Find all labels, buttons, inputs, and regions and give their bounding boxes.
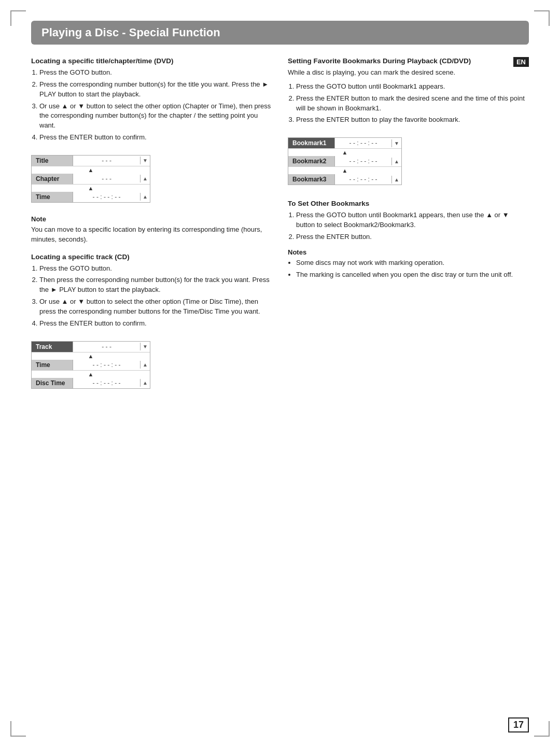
menu-arrow-bookmark2: ▲ — [391, 158, 401, 165]
menu-arrow-bookmark1: ▼ — [391, 139, 401, 147]
menu-row-chapter: Chapter - - - ▲ — [32, 174, 150, 185]
menu-arrow-bookmark3: ▲ — [391, 176, 401, 184]
list-item: Press the GOTO button until Bookmark1 ap… — [296, 210, 529, 230]
menu-row-title: Title - - - ▼ — [32, 156, 150, 166]
section-other-bookmarks: To Set Other Bookmarks Press the GOTO bu… — [288, 200, 529, 242]
section-locate-dvd: Locating a specific title/chapter/time (… — [31, 57, 272, 143]
list-item: Press the GOTO button. — [39, 264, 272, 274]
menu-row-time-cd: Time - - : - - : - - ▲ — [32, 360, 150, 371]
menu-row-track: Track - - - ▼ — [32, 342, 150, 353]
list-item: Or use ▲ or ▼ button to select the other… — [39, 297, 272, 317]
menu-row-bookmark1: Bookmark1 - - : - - : - - ▼ — [288, 138, 401, 149]
menu-label-time-dvd: Time — [32, 192, 73, 202]
menu-value-time-dvd: - - : - - : - - — [73, 192, 140, 202]
menu-row-bookmark2: Bookmark2 - - : - - : - - ▲ — [288, 156, 401, 167]
menu-label-bookmark1: Bookmark1 — [288, 138, 335, 148]
arrow-up-bm-2: ▲ — [288, 167, 401, 174]
menu-arrow-disc-time: ▲ — [140, 379, 150, 387]
menu-diagram-cd: Track - - - ▼ ▲ Time - - : - - : - - ▲ ▲… — [31, 341, 150, 389]
bookmark-intro: While a disc is playing, you can mark th… — [288, 68, 529, 78]
menu-arrow-time-cd: ▲ — [140, 361, 150, 369]
note-title: Note — [31, 215, 272, 223]
notes-list: Some discs may not work with marking ope… — [296, 258, 529, 280]
list-item: Press the GOTO button. — [39, 68, 272, 78]
list-item: Or use ▲ or ▼ button to select the other… — [39, 102, 272, 131]
menu-label-track: Track — [32, 342, 73, 352]
menu-label-disc-time: Disc Time — [32, 378, 73, 388]
menu-row-disc-time: Disc Time - - : - - : - - ▲ — [32, 378, 150, 388]
notes-box: Notes Some discs may not work with marki… — [288, 248, 529, 280]
bookmark-steps: Press the GOTO button until Bookmark1 ap… — [296, 82, 529, 125]
list-item: Press the ENTER button to confirm. — [39, 133, 272, 143]
menu-label-time-cd: Time — [32, 360, 73, 370]
arrow-up-bm-1: ▲ — [288, 149, 401, 156]
section-locate-dvd-title: Locating a specific title/chapter/time (… — [31, 57, 272, 65]
menu-label-chapter: Chapter — [32, 174, 73, 184]
menu-value-track: - - - — [73, 342, 140, 352]
menu-row-time-dvd: Time - - : - - : - - ▲ — [32, 192, 150, 202]
notes-title: Notes — [288, 248, 529, 256]
menu-arrow-track: ▼ — [140, 343, 150, 350]
bookmark-section-header: Setting Favorite Bookmarks During Playba… — [288, 57, 529, 65]
menu-label-bookmark3: Bookmark3 — [288, 174, 335, 185]
menu-label-title: Title — [32, 156, 73, 166]
list-item: Press the GOTO button until Bookmark1 ap… — [296, 82, 529, 92]
list-item: Then press the corresponding number butt… — [39, 275, 272, 295]
list-item: Press the corresponding number button(s)… — [39, 80, 272, 100]
menu-arrow-title: ▼ — [140, 157, 150, 164]
menu-label-bookmark2: Bookmark2 — [288, 156, 335, 166]
corner-tl — [10, 10, 26, 26]
list-item: The marking is cancelled when you open t… — [296, 270, 529, 280]
section-locate-cd: Locating a specific track (CD) Press the… — [31, 253, 272, 329]
page-title: Playing a Disc - Special Function — [41, 26, 519, 39]
section-locate-cd-steps: Press the GOTO button. Then press the co… — [39, 264, 272, 329]
note-box: Note You can move to a specific location… — [31, 215, 272, 245]
menu-value-bookmark3: - - : - - : - - — [335, 174, 391, 185]
menu-value-disc-time: - - : - - : - - — [73, 378, 140, 388]
menu-arrow-chapter: ▲ — [140, 175, 150, 182]
menu-value-bookmark1: - - : - - : - - — [335, 138, 391, 148]
left-column: Locating a specific title/chapter/time (… — [31, 57, 272, 397]
other-bookmarks-steps: Press the GOTO button until Bookmark1 ap… — [296, 210, 529, 242]
list-item: Press the ENTER button to confirm. — [39, 319, 272, 329]
corner-bl — [10, 721, 26, 737]
menu-value-time-cd: - - : - - : - - — [73, 360, 140, 370]
page: Playing a Disc - Special Function Locati… — [0, 0, 560, 747]
corner-tr — [534, 10, 550, 26]
content-area: Locating a specific title/chapter/time (… — [31, 57, 529, 397]
arrow-up-cd-2: ▲ — [32, 371, 150, 378]
list-item: Press the ENTER button to play the favor… — [296, 115, 529, 125]
section-bookmarks: Setting Favorite Bookmarks During Playba… — [288, 57, 529, 125]
section-locate-dvd-steps: Press the GOTO button. Press the corresp… — [39, 68, 272, 143]
other-bookmarks-title: To Set Other Bookmarks — [288, 200, 529, 207]
page-number: 17 — [508, 717, 529, 732]
title-bar: Playing a Disc - Special Function — [31, 21, 529, 45]
corner-br — [534, 721, 550, 737]
arrow-up-1: ▲ — [32, 166, 150, 174]
note-text: You can move to a specific location by e… — [31, 225, 272, 245]
list-item: Press the ENTER button. — [296, 232, 529, 242]
list-item: Press the ENTER button to mark the desir… — [296, 94, 529, 114]
section-locate-cd-title: Locating a specific track (CD) — [31, 253, 272, 261]
arrow-up-2: ▲ — [32, 185, 150, 192]
list-item: Some discs may not work with marking ope… — [296, 258, 529, 268]
menu-value-title: - - - — [73, 156, 140, 166]
arrow-up-cd-1: ▲ — [32, 353, 150, 360]
menu-diagram-bookmarks: Bookmark1 - - : - - : - - ▼ ▲ Bookmark2 … — [288, 137, 402, 185]
menu-arrow-time-dvd: ▲ — [140, 193, 150, 201]
menu-row-bookmark3: Bookmark3 - - : - - : - - ▲ — [288, 174, 401, 185]
menu-value-bookmark2: - - : - - : - - — [335, 156, 391, 166]
menu-diagram-dvd: Title - - - ▼ ▲ Chapter - - - ▲ ▲ Time -… — [31, 155, 150, 203]
menu-value-chapter: - - - — [73, 174, 140, 184]
en-badge: EN — [513, 57, 529, 67]
bookmark-section-title: Setting Favorite Bookmarks During Playba… — [288, 57, 510, 65]
right-column: Setting Favorite Bookmarks During Playba… — [288, 57, 529, 397]
